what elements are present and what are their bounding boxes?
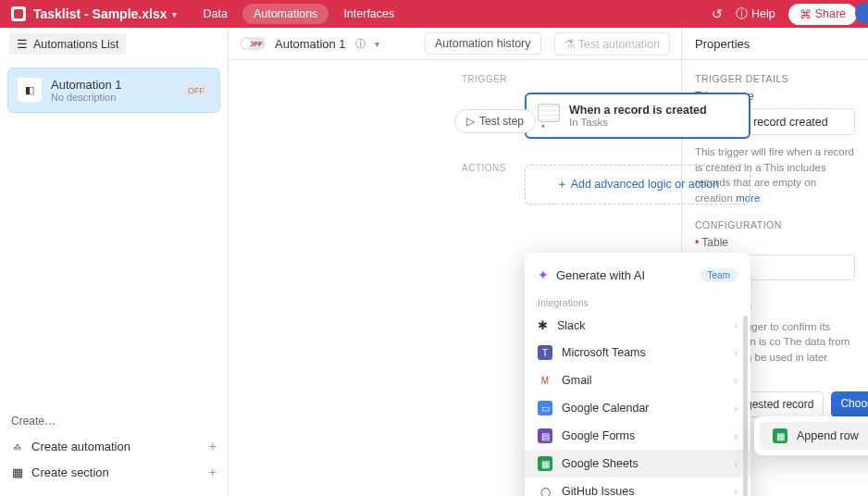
record-icon [538,104,560,122]
chevron-down-icon[interactable]: ▾ [375,39,379,49]
team-badge: Team [701,268,738,282]
automation-card-name: Automation 1 [51,78,122,92]
avatar[interactable] [855,3,868,23]
configuration-heading: CONFIGURATION [682,206,868,236]
trigger-details-heading: TRIGGER DETAILS [682,60,868,90]
header-tabs: Data Automations Interfaces [192,4,405,24]
chevron-right-icon: › [735,431,738,441]
action-dropdown: ✦ Generate with AI Team Integrations ✱Sl… [525,253,750,496]
google-sheets-icon: ▦ [773,428,787,443]
append-row-label: Append row [797,429,859,442]
test-automation-label: Test automation [578,38,660,51]
create-section-text: Create section [31,465,109,479]
integration-item-google-sheets[interactable]: ▦Google Sheets› [525,450,750,477]
sidebar: ☰ Automations List ◧ Automation 1 No des… [0,28,229,496]
integration-label: Google Calendar [562,402,650,415]
automation-card-icon: ◧ [18,78,42,102]
test-step-label: Test step [479,115,524,128]
trigger-subtitle: In Tasks [569,117,707,128]
test-automation-button[interactable]: ⚗ Test automation [554,32,671,56]
create-section-label: Create… [11,415,217,428]
share-label: Share [815,7,846,20]
automation-history-link[interactable]: Automation history [425,32,541,55]
choose-record-button[interactable]: Choose [831,391,868,417]
integration-label: Google Sheets [562,457,639,470]
integration-item-gmail[interactable]: MGmail› [525,366,750,394]
chevron-right-icon: › [735,376,738,386]
create-automation-button[interactable]: ஃ Create automation + [11,433,217,459]
generate-with-ai-item[interactable]: ✦ Generate with AI Team [525,262,750,288]
play-icon: ▷ [466,115,475,128]
tab-automations[interactable]: Automations [242,4,329,24]
automation-card-desc: No description [51,92,122,103]
create-automation-label: Create automation [31,440,130,453]
test-step-button[interactable]: ▷ Test step [454,109,536,133]
append-row-action[interactable]: ▦ Append row [760,422,868,450]
info-icon[interactable]: ⓘ [355,37,366,51]
integration-label: GitHub Issues [562,485,635,496]
integrations-heading: Integrations [525,288,750,312]
integration-item-google-forms[interactable]: ▤Google Forms› [525,422,750,450]
integration-item-slack[interactable]: ✱Slack› [525,312,750,339]
automations-list-label: Automations List [33,38,118,51]
automation-status-badge: OFF [182,84,210,97]
toggle-label: OFF [248,40,263,48]
scrollbar[interactable] [743,316,748,496]
app-header: Tasklist - Sample.xlsx ▾ Data Automation… [0,0,868,28]
app-logo-icon [11,6,26,21]
generate-label: Generate with AI [556,268,645,282]
menu-icon: ☰ [17,37,28,51]
chevron-right-icon: › [735,487,738,497]
actions-section-label: ACTIONS [462,163,506,173]
history-icon[interactable]: ↺ [712,6,723,21]
plus-icon: + [209,439,217,453]
trigger-title: When a record is created [569,104,707,117]
automation-name[interactable]: Automation 1 [275,37,346,51]
integration-label: Gmail [562,374,592,387]
chevron-down-icon[interactable]: ▾ [172,9,177,19]
integration-label: Google Forms [562,429,635,442]
chevron-right-icon: › [735,320,738,330]
help-label: Help [751,7,775,20]
automation-icon: ஃ [11,439,24,453]
trigger-section-label: TRIGGER [462,74,507,84]
plus-icon: + [209,465,217,479]
integration-label: Slack [557,319,586,332]
trigger-card[interactable]: When a record is created In Tasks [525,93,750,139]
file-title[interactable]: Tasklist - Sample.xlsx [33,6,167,21]
google-sheets-submenu: ▦ Append row [754,416,868,455]
help-icon: ⓘ [736,6,748,22]
chevron-right-icon: › [735,403,738,414]
share-button[interactable]: ⌘ Share [788,4,857,25]
canvas: OFF Automation 1 ⓘ ▾ Automation history … [229,28,682,496]
help-link[interactable]: ⓘ Help [736,6,775,22]
automation-toggle[interactable]: OFF [240,37,266,50]
add-action-button[interactable]: ＋ Add advanced logic or action [525,165,750,205]
integration-item-google-calendar[interactable]: ▭Google Calendar› [525,394,750,422]
flask-icon: ⚗ [564,38,576,51]
share-icon: ⌘ [800,7,812,21]
integration-item-github-issues[interactable]: ◯GitHub Issues› [525,477,750,496]
add-action-label: Add advanced logic or action [571,178,720,191]
chevron-right-icon: › [735,348,738,358]
tab-interfaces[interactable]: Interfaces [332,4,405,24]
integration-label: Microsoft Teams [562,346,646,359]
sparkle-icon: ✦ [538,267,549,282]
automations-list-toggle[interactable]: ☰ Automations List [9,33,126,55]
section-icon: ▦ [11,465,24,479]
integration-item-microsoft-teams[interactable]: TMicrosoft Teams› [525,339,750,366]
properties-title: Properties [682,28,868,60]
chevron-right-icon: › [735,459,738,469]
tab-data[interactable]: Data [192,4,238,24]
table-field-label: • Table [682,236,868,249]
plus-icon: ＋ [556,178,568,191]
create-section-button[interactable]: ▦ Create section + [11,459,217,485]
automation-card[interactable]: ◧ Automation 1 No description OFF [7,68,220,113]
